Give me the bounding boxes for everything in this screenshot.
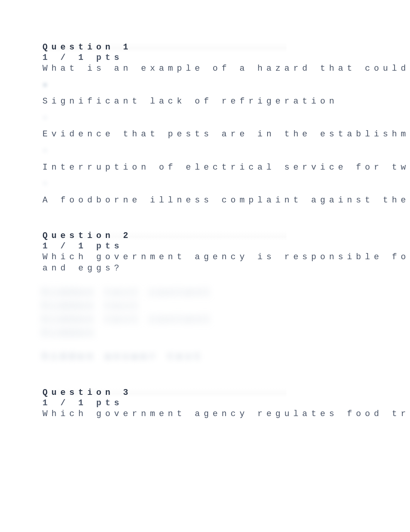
answer-4-text: A foodborne illness complaint against th… [42,195,410,206]
question-3-text: Which government agency regulates food t… [42,409,410,420]
answer-marker: ○ [42,146,410,157]
question-1-answers: ● Significant lack of refrigeration ○ Ev… [42,80,410,206]
question-2-hidden-selection: hidden answer text [42,352,410,363]
question-2-points: 1 / 1 pts [42,241,410,251]
answer-marker: ○ [42,113,410,124]
question-1-block: Question 1 1 / 1 pts What is an example … [42,42,410,206]
question-3-heading-text: Question 3 [42,388,286,398]
answer-2-text: Evidence that pests are in the establish… [42,129,410,140]
question-1-points: 1 / 1 pts [42,53,410,63]
question-3-heading: Question 3 [42,388,410,398]
answer-3-text: Interruption of electrical service for t… [42,162,410,173]
question-2-block: Question 2 1 / 1 pts Which government ag… [42,231,410,363]
question-1-heading-text: Question 1 [42,42,286,52]
question-2-heading: Question 2 [42,231,410,241]
question-3-points: 1 / 1 pts [42,398,410,408]
question-2-text-line2: and eggs? [42,263,410,274]
question-2-text-line1: Which government agency is responsible f… [42,252,410,263]
answer-1-text: Significant lack of refrigeration [42,96,410,107]
question-1-text: What is an example of a hazard that coul… [42,63,410,75]
question-2-hidden-answers: hidden text content hidden text hidden t… [42,286,410,340]
answer-marker: ○ [42,178,410,190]
question-2-heading-text: Question 2 [42,231,286,241]
question-1-heading: Question 1 [42,42,410,52]
answer-marker: ● [42,80,410,91]
question-3-block: Question 3 1 / 1 pts Which government ag… [42,388,410,420]
